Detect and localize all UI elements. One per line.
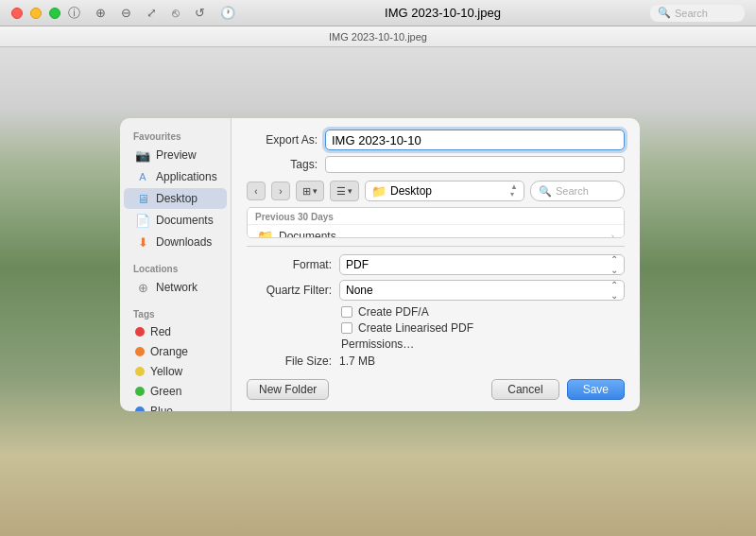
- tags-input[interactable]: [325, 156, 625, 173]
- file-size-label: File Size:: [247, 354, 332, 368]
- format-value: PDF: [346, 258, 369, 271]
- file-search-box[interactable]: 🔍 Search: [530, 181, 625, 201]
- info-icon[interactable]: ⓘ: [68, 5, 80, 22]
- subtitle-bar: IMG 2023-10-10.jpeg: [0, 26, 756, 47]
- fullscreen-button[interactable]: [49, 8, 60, 19]
- file-size-row: File Size: 1.7 MB: [247, 354, 625, 368]
- tag-green-label: Green: [150, 385, 181, 398]
- sidebar-item-preview-label: Preview: [156, 148, 197, 162]
- tag-red-dot: [135, 327, 145, 337]
- create-pdfa-row: Create PDF/A: [247, 305, 625, 319]
- sidebar-item-tag-yellow[interactable]: Yellow: [124, 362, 227, 381]
- format-section: Format: PDF ⌃⌄ Quartz Filter: None ⌃⌄ Cr…: [247, 246, 625, 375]
- format-label: Format:: [247, 258, 332, 271]
- fit-icon[interactable]: ⤢: [146, 6, 157, 20]
- location-folder-icon: 📁: [371, 184, 387, 199]
- sidebar: Favourites 📷 Preview A Applications 🖥 De…: [120, 118, 232, 411]
- quartz-filter-select[interactable]: None ⌃⌄: [339, 280, 625, 301]
- tags-row: Tags:: [247, 156, 625, 173]
- sidebar-item-downloads[interactable]: ⬇ Downloads: [124, 232, 227, 252]
- sidebar-item-network[interactable]: ⊕ Network: [124, 277, 227, 298]
- down-arrow-icon: ▾: [510, 191, 518, 199]
- sidebar-item-desktop-label: Desktop: [156, 192, 198, 205]
- tag-blue-label: Blue: [150, 405, 173, 411]
- export-as-input[interactable]: [325, 130, 625, 150]
- permissions-label: Permissions…: [341, 337, 414, 351]
- back-button[interactable]: ‹: [247, 182, 266, 200]
- sidebar-item-tag-green[interactable]: Green: [124, 382, 227, 401]
- favourites-section-label: Favourites: [120, 126, 231, 144]
- save-dialog: Export As: Tags: ‹ › ⊞ ▾ ☰ ▾ 📁 Desktop ▲…: [232, 118, 640, 411]
- tag-orange-dot: [135, 347, 145, 356]
- file-name-documents: Documents: [279, 230, 606, 238]
- location-dropdown[interactable]: 📁 Desktop ▲ ▾: [365, 181, 524, 201]
- quartz-filter-label: Quartz Filter:: [247, 284, 332, 297]
- sidebar-item-applications-label: Applications: [156, 170, 217, 183]
- tag-red-label: Red: [150, 325, 171, 338]
- title-search-placeholder[interactable]: Search: [675, 8, 708, 19]
- quartz-filter-value: None: [346, 284, 373, 297]
- close-button[interactable]: [11, 8, 23, 19]
- file-search-placeholder: Search: [556, 185, 589, 197]
- network-icon: ⊕: [135, 280, 150, 295]
- sidebar-item-network-label: Network: [156, 281, 198, 294]
- create-linearised-checkbox[interactable]: [341, 322, 352, 334]
- format-select[interactable]: PDF ⌃⌄: [339, 254, 625, 275]
- create-linearised-label: Create Linearised PDF: [358, 321, 473, 335]
- minimize-button[interactable]: [30, 8, 42, 19]
- dialog-buttons: New Folder Cancel Save: [247, 375, 625, 400]
- rotate-icon[interactable]: ↺: [195, 6, 205, 20]
- create-linearised-row: Create Linearised PDF: [247, 321, 625, 335]
- list-chevron-icon: ▾: [348, 186, 352, 196]
- grid-icon: ⊞: [302, 185, 311, 198]
- quartz-select-arrow: ⌃⌄: [610, 280, 618, 301]
- clock-icon[interactable]: 🕐: [220, 6, 235, 20]
- sidebar-item-downloads-label: Downloads: [156, 235, 212, 249]
- tag-orange-label: Orange: [150, 345, 188, 358]
- forward-button[interactable]: ›: [271, 182, 290, 200]
- sidebar-item-tag-orange[interactable]: Orange: [124, 342, 227, 361]
- file-search-icon: 🔍: [539, 185, 552, 198]
- sidebar-item-documents-label: Documents: [156, 214, 214, 227]
- documents-icon: 📁: [257, 229, 273, 238]
- grid-view-button[interactable]: ⊞ ▾: [296, 181, 324, 201]
- applications-icon: A: [135, 169, 150, 184]
- file-list: Previous 30 Days 📁 Documents › 📁 Picture…: [247, 207, 625, 238]
- cancel-button[interactable]: Cancel: [491, 379, 558, 400]
- file-arrow-documents: ›: [611, 232, 614, 239]
- window-title: IMG 2023-10-10.jpeg: [243, 6, 643, 20]
- sidebar-item-tag-red[interactable]: Red: [124, 322, 227, 341]
- file-item-documents[interactable]: 📁 Documents ›: [248, 225, 624, 238]
- create-pdfa-checkbox[interactable]: [341, 306, 352, 318]
- zoom-icon[interactable]: ⊕: [95, 6, 106, 20]
- sidebar-item-tag-blue[interactable]: Blue: [124, 402, 227, 411]
- title-bar-icons: ⓘ ⊕ ⊖ ⤢ ⎋ ↺ 🕐: [68, 5, 235, 22]
- save-button[interactable]: Save: [567, 379, 625, 400]
- documents-folder-icon: 📄: [135, 213, 150, 228]
- tag-yellow-dot: [135, 367, 145, 376]
- export-as-row: Export As:: [247, 130, 625, 150]
- confirm-buttons: Cancel Save: [491, 379, 625, 400]
- share-icon[interactable]: ⎋: [172, 6, 180, 20]
- downloads-icon: ⬇: [135, 234, 150, 250]
- desktop-icon: 🖥: [135, 191, 150, 206]
- search-magnifier-icon: 🔍: [658, 7, 671, 19]
- new-folder-button[interactable]: New Folder: [247, 379, 329, 400]
- file-toolbar: ‹ › ⊞ ▾ ☰ ▾ 📁 Desktop ▲ ▾ 🔍 Search: [247, 181, 625, 201]
- file-list-section-label: Previous 30 Days: [248, 208, 624, 225]
- sidebar-item-documents[interactable]: 📄 Documents: [124, 210, 227, 231]
- location-name: Desktop: [390, 184, 507, 198]
- sidebar-item-desktop[interactable]: 🖥 Desktop: [124, 188, 227, 209]
- zoom-out-icon[interactable]: ⊖: [121, 6, 131, 20]
- sidebar-item-applications[interactable]: A Applications: [124, 166, 227, 187]
- locations-section-label: Locations: [120, 258, 231, 276]
- title-bar: ⓘ ⊕ ⊖ ⤢ ⎋ ↺ 🕐 IMG 2023-10-10.jpeg 🔍 Sear…: [0, 0, 756, 26]
- sidebar-item-preview[interactable]: 📷 Preview: [124, 145, 227, 165]
- format-select-arrow: ⌃⌄: [610, 254, 618, 275]
- subtitle-text: IMG 2023-10-10.jpeg: [329, 31, 427, 43]
- tag-blue-dot: [135, 406, 145, 411]
- permissions-link[interactable]: Permissions…: [247, 337, 625, 351]
- export-as-label: Export As:: [247, 133, 318, 147]
- format-row: Format: PDF ⌃⌄: [247, 254, 625, 275]
- list-view-button[interactable]: ☰ ▾: [330, 181, 359, 201]
